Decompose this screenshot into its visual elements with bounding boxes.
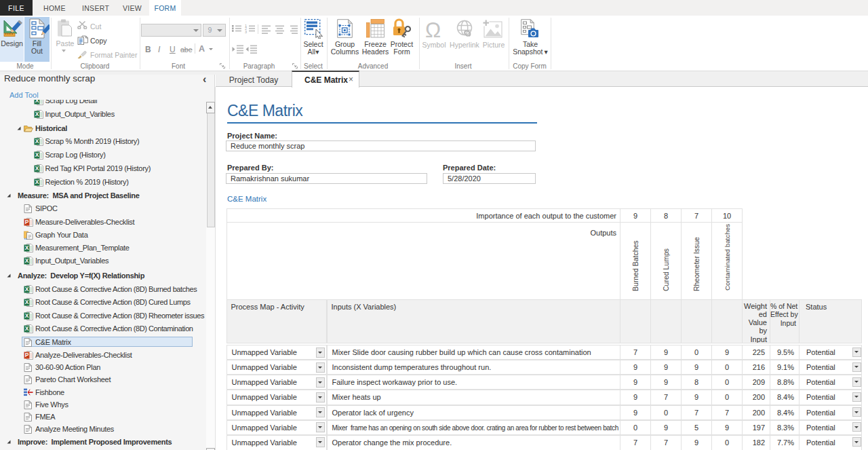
svg-text:P: P bbox=[24, 219, 28, 225]
svg-text:X: X bbox=[35, 111, 39, 117]
svg-text:X: X bbox=[24, 257, 28, 264]
svg-text:X: X bbox=[24, 286, 28, 293]
svg-text:X: X bbox=[35, 100, 39, 104]
svg-text:X: X bbox=[35, 165, 39, 172]
svg-text:X: X bbox=[24, 299, 28, 305]
svg-text:X: X bbox=[24, 312, 28, 319]
svg-text:X: X bbox=[35, 179, 39, 185]
svg-text:X: X bbox=[24, 325, 28, 332]
svg-text:X: X bbox=[35, 138, 39, 145]
svg-text:X: X bbox=[35, 151, 39, 158]
svg-text:P: P bbox=[24, 352, 28, 358]
svg-text:X: X bbox=[24, 244, 28, 251]
